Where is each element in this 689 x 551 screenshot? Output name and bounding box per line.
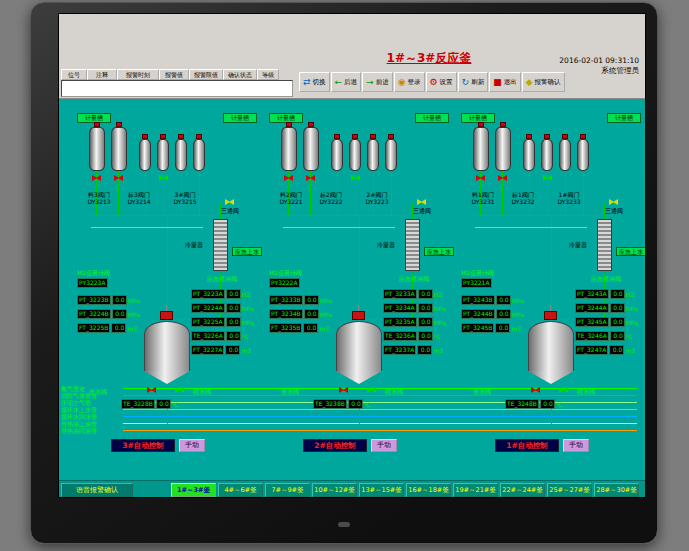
alarm-column-header[interactable]: 报警值: [159, 69, 189, 80]
tank-label: 计量槽: [223, 113, 257, 123]
toolbar-exit-button[interactable]: ■退出: [489, 72, 521, 92]
reactor-page-button[interactable]: 10#～12#釜: [312, 483, 357, 497]
reactor-page-button[interactable]: 4#～6#釜: [218, 483, 263, 497]
instrument-unit: MPa: [128, 311, 140, 318]
valve-label-green: 横水阀: [577, 388, 595, 395]
instrument-value: 0.0: [610, 317, 625, 327]
tank-valve-icon[interactable]: [159, 175, 168, 181]
reactor-valve-icon[interactable]: [339, 387, 348, 393]
three-way-valve-label: 三通阀: [221, 207, 257, 214]
instrument-readout: TE_3226A0.0℃: [191, 331, 249, 341]
emergency-water-label: 应急上水: [616, 247, 646, 256]
metering-tank: [523, 139, 535, 171]
reactor-valve-icon[interactable]: [147, 387, 156, 393]
instrument-tag: TE_3238B: [313, 399, 347, 409]
tank-valve-icon[interactable]: [351, 175, 360, 181]
metering-tank: [349, 139, 361, 171]
instrument-readout: PT_3245A0.0MPa: [575, 317, 638, 327]
alarm-column-header[interactable]: 位号: [61, 69, 87, 80]
reactor-valve-icon[interactable]: [175, 387, 184, 393]
instrument-tag: TE_3228B: [121, 399, 155, 409]
instrument-unit: HZ: [242, 291, 251, 298]
reactor-body: [336, 334, 382, 371]
toolbar-button-label: 切换: [313, 78, 326, 87]
instrument-unit: HZ: [626, 291, 635, 298]
reactor-valve-icon[interactable]: [531, 387, 540, 393]
manual-button[interactable]: 手动: [563, 439, 589, 452]
instrument-tag: FT_3235B: [269, 323, 302, 333]
emergency-valve-label: 应急喷淋阀: [399, 275, 429, 282]
instrument-unit: ℃: [556, 401, 563, 408]
instrument-readout: PT_3224B0.0MPa: [77, 309, 140, 319]
alarm-column-header[interactable]: 注释: [87, 69, 117, 80]
tank-valve-icon[interactable]: [284, 175, 293, 181]
instrument-tag: TE_3246A: [575, 331, 609, 341]
manual-button[interactable]: 手动: [371, 439, 397, 452]
metering-tank: [331, 139, 343, 171]
three-way-valve-label: 三通阀: [413, 207, 449, 214]
reactor-page-button[interactable]: 25#～27#釜: [547, 483, 592, 497]
instrument-tag: PT_3244B: [461, 309, 495, 319]
tank-valve-icon[interactable]: [114, 175, 123, 181]
instrument-tag: PT_3225A: [191, 317, 225, 327]
instrument-tag: PT_3234A: [383, 303, 417, 313]
tank-valve-icon[interactable]: [92, 175, 101, 181]
tank-label: 计量槽: [607, 113, 641, 123]
alarm-column-header[interactable]: 等级: [257, 69, 279, 80]
three-way-valve-icon[interactable]: [417, 199, 426, 205]
datetime-label: 2016-02-01 09:31:10: [519, 56, 639, 66]
metering-tank: [303, 127, 319, 171]
valve-label: 1#阀门DY3233: [549, 191, 589, 205]
instrument-value: 0.0: [226, 303, 241, 313]
instrument-readout: PT_3223A0.0HZ: [191, 289, 250, 299]
voice-alarm-ack-button[interactable]: 语音报警确认: [61, 483, 133, 497]
agitator-motor: [544, 311, 557, 320]
reactor-page-button[interactable]: 19#～21#釜: [453, 483, 498, 497]
reactor-page-button[interactable]: 16#～18#釜: [406, 483, 451, 497]
instrument-value: 0.0: [610, 303, 625, 313]
pipe: [551, 215, 552, 323]
agitator-motor: [352, 311, 365, 320]
toolbar-button-label: 前进: [376, 78, 389, 87]
reactor-valve-icon[interactable]: [367, 387, 376, 393]
tank-valve-icon[interactable]: [498, 175, 507, 181]
toolbar-forward-button[interactable]: →前进: [362, 72, 393, 92]
instrument-tag: PT_3244A: [575, 303, 609, 313]
emergency-valve-label: 应急喷淋阀: [591, 275, 621, 282]
reactor-page-button[interactable]: 28#～30#釜: [594, 483, 639, 497]
three-way-valve-icon[interactable]: [609, 199, 618, 205]
alarm-list[interactable]: [61, 80, 293, 97]
reactor-page-button[interactable]: 22#～24#釜: [500, 483, 545, 497]
instrument-unit: MPa: [434, 319, 446, 326]
alarm-column-header[interactable]: 报警时刻: [117, 69, 159, 80]
instrument-unit: MPa: [626, 305, 638, 312]
alarm-column-header[interactable]: 报警限值: [189, 69, 223, 80]
tank-valve-icon[interactable]: [476, 175, 485, 181]
settings-icon: ⚙: [430, 78, 438, 87]
reactor-page-button[interactable]: 1#～3#釜: [171, 483, 216, 497]
tank-valve-icon[interactable]: [306, 175, 315, 181]
condenser: [597, 219, 612, 271]
alarm-column-header[interactable]: 确认状态: [223, 69, 257, 80]
reactor-page-button[interactable]: 7#～9#釜: [265, 483, 310, 497]
toolbar-login-button[interactable]: ◉登录: [394, 72, 425, 92]
toolbar-switch-button[interactable]: ⇄切换: [299, 72, 330, 92]
reactor-valve-icon[interactable]: [559, 387, 568, 393]
instrument-value: 0.0: [304, 295, 319, 305]
auto-control-button[interactable]: 1#自动控制: [495, 439, 559, 452]
instrument-tag: PT_3243B: [461, 295, 495, 305]
toolbar-back-button[interactable]: ←后退: [331, 72, 362, 92]
tank-valve-icon[interactable]: [543, 175, 552, 181]
hmi-screen: 1#～3#反应釜 位号注释报警时刻报警值报警限值确认状态等级 ⇄切换←后退→前进…: [58, 13, 646, 498]
reactor-page-button[interactable]: 13#～15#釜: [359, 483, 404, 497]
instrument-value: 0.0: [226, 331, 241, 341]
toolbar-settings-button[interactable]: ⚙设置: [426, 72, 457, 92]
auto-control-button[interactable]: 3#自动控制: [111, 439, 175, 452]
manual-button[interactable]: 手动: [179, 439, 205, 452]
user-role-label: 系统管理员: [519, 66, 639, 76]
valve-label: 3#阀门DY3215: [165, 191, 205, 205]
three-way-valve-icon[interactable]: [225, 199, 234, 205]
emergency-water-label: 应急上水: [232, 247, 262, 256]
toolbar-refresh-button[interactable]: ↻刷新: [458, 72, 489, 92]
auto-control-button[interactable]: 2#自动控制: [303, 439, 367, 452]
